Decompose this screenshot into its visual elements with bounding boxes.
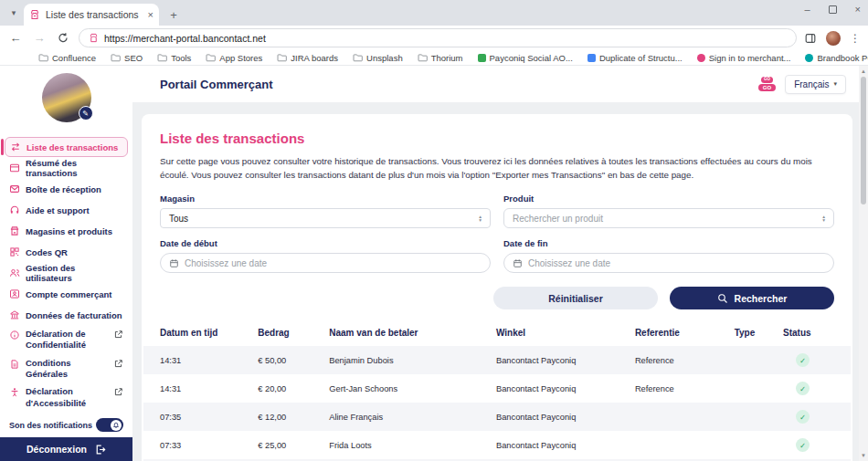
table-row[interactable]: 14:31 € 20,00 Gert-Jan Schoons Bancontac… [143, 374, 851, 403]
bookmark-favicon [587, 54, 596, 62]
sidebar-item-qr-codes[interactable]: Codes QR [5, 242, 128, 262]
folder-icon [157, 53, 167, 62]
end-date-input[interactable] [528, 258, 825, 268]
page-scrollbar[interactable]: ▲ ▼ [859, 66, 868, 461]
qr-code-icon [9, 246, 20, 257]
scroll-up-icon[interactable]: ▲ [861, 66, 866, 77]
bookmark-folder[interactable]: Confluence [38, 53, 96, 63]
sidebar-item-user-management[interactable]: Gestion des utilisateurs [5, 263, 128, 283]
table-row[interactable]: 07:33 € 25,00 Frida Loots Bancontact Pay… [143, 431, 851, 459]
maximize-button[interactable] [829, 5, 837, 14]
col-status: Status [783, 321, 851, 346]
bookmark-link[interactable]: Duplicate of Structu... [587, 53, 683, 63]
bookmark-link[interactable]: Payconiq Social AO... [478, 53, 573, 63]
bookmark-favicon [805, 54, 813, 62]
new-tab-button[interactable]: + [166, 7, 181, 22]
table-row[interactable]: 07:35 € 12,00 Aline Français Bancontact … [143, 403, 851, 431]
browser-window: ▾ Liste des transactions × + – × ← → htt… [0, 0, 868, 461]
bookmark-folder[interactable]: App Stores [206, 53, 262, 63]
bookmark-link[interactable]: Sign in to merchant... [697, 53, 791, 63]
overflow-menu-icon[interactable]: ⋮ [850, 32, 861, 45]
product-filter-label: Produit [503, 194, 834, 204]
sidebar-item-merchant-account[interactable]: Compte commerçant [5, 284, 128, 304]
col-payer: Naam van de betaler [329, 321, 496, 346]
sidebar-item-help-support[interactable]: Aide et support [5, 200, 128, 220]
pencil-icon: ✎ [82, 110, 89, 118]
sidebar-item-inbox[interactable]: Boîte de réception [5, 179, 128, 199]
notification-sound-row: Son des notifications [0, 414, 132, 437]
bookmark-folder[interactable]: SEO [111, 53, 143, 63]
col-type: Type [735, 321, 783, 346]
browser-tab[interactable]: Liste des transactions × [24, 4, 159, 26]
tab-title: Liste des transactions [46, 9, 143, 20]
sidebar-item-transactions-list[interactable]: Liste des transactions [5, 137, 128, 157]
bookmark-folder[interactable]: JIRA boards [277, 53, 338, 63]
table-row[interactable]: 14:31 € 50,00 Benjamin Dubois Bancontact… [143, 346, 851, 374]
privacy-statement-link[interactable]: Déclaration de Confidentialité [9, 329, 123, 351]
folder-icon [353, 53, 363, 62]
sidebar-item-stores-products[interactable]: Magasins et produits [5, 221, 128, 241]
terms-conditions-link[interactable]: Conditions Générales [9, 358, 123, 381]
bookmark-folder[interactable]: Tools [157, 53, 191, 63]
tab-search-chevron-icon[interactable]: ▾ [5, 5, 22, 21]
folder-icon [277, 53, 287, 62]
external-link-icon [113, 387, 123, 397]
sidebar-item-transactions-summary[interactable]: Résumé des transactions [5, 158, 128, 178]
minimize-button[interactable]: – [804, 4, 810, 15]
logout-button[interactable]: Déconnexion [0, 437, 132, 461]
page-title: Liste des transactions [160, 131, 834, 146]
end-date-label: Date de fin [503, 238, 834, 248]
search-button[interactable]: Rechercher [670, 287, 834, 309]
store-select[interactable]: Tous ▴▾ [160, 208, 491, 228]
product-search-input[interactable] [513, 214, 817, 224]
app-header: Portail Commerçant GO GO Français ▾ [132, 66, 859, 102]
external-link-icon [113, 330, 123, 340]
filters: Magasin Tous ▴▾ Produit ▴▾ [160, 194, 834, 273]
external-link-icon [113, 359, 123, 369]
bank-icon [9, 309, 20, 320]
store-filter-label: Magasin [160, 194, 491, 204]
site-favicon [89, 33, 99, 43]
close-window-button[interactable]: × [855, 4, 861, 15]
side-panel-icon[interactable] [804, 32, 817, 45]
start-date-input[interactable] [185, 258, 482, 268]
envelope-icon [9, 183, 20, 194]
success-check-icon: ✓ [796, 438, 810, 452]
calendar-icon [513, 258, 523, 268]
col-datetime: Datum en tijd [143, 321, 258, 346]
forward-button[interactable]: → [31, 31, 48, 45]
start-date-label: Date de début [160, 238, 491, 248]
bancontact-favicon [29, 9, 40, 20]
browser-toolbar: ← → https://merchant-portal.bancontact.n… [0, 26, 868, 50]
col-reference: Referentie [635, 321, 735, 346]
address-bar[interactable]: https://merchant-portal.bancontact.net [79, 28, 797, 47]
bell-icon [112, 422, 120, 429]
notification-sound-toggle[interactable] [96, 418, 123, 432]
back-button[interactable]: ← [7, 31, 24, 45]
reset-button[interactable]: Réinitialiser [493, 287, 658, 309]
reload-button[interactable] [55, 32, 71, 44]
legal-links: Déclaration de Confidentialité Condition… [0, 329, 132, 414]
col-store: Winkel [496, 321, 635, 346]
tab-close-icon[interactable]: × [148, 9, 153, 20]
language-selector[interactable]: Français ▾ [785, 75, 846, 94]
select-spinner-icon: ▴▾ [822, 215, 825, 223]
scrollbar-thumb[interactable] [861, 77, 866, 204]
card-summary-icon [9, 162, 20, 173]
id-card-icon [9, 288, 20, 299]
payconiq-logo: GO GO [758, 77, 776, 92]
browser-profile-avatar[interactable] [826, 31, 841, 46]
page-description: Sur cette page vous pouvez consulter vot… [160, 154, 834, 182]
bookmark-folder[interactable]: Thorium [418, 53, 463, 63]
bookmark-link[interactable]: Brandbook PQbyBCT [805, 53, 868, 63]
scroll-down-icon[interactable]: ▼ [861, 450, 866, 461]
folder-icon [418, 53, 428, 62]
chevron-down-icon: ▾ [833, 80, 837, 88]
edit-profile-badge[interactable]: ✎ [79, 106, 93, 120]
bookmark-folder[interactable]: Unsplash [353, 53, 403, 63]
success-check-icon: ✓ [796, 353, 810, 367]
sidebar-item-billing-data[interactable]: Données de facturation [5, 305, 128, 325]
accessibility-statement-link[interactable]: Déclaration d'Accessibilité [9, 386, 123, 409]
headset-icon [9, 204, 20, 215]
calendar-icon [169, 258, 179, 268]
